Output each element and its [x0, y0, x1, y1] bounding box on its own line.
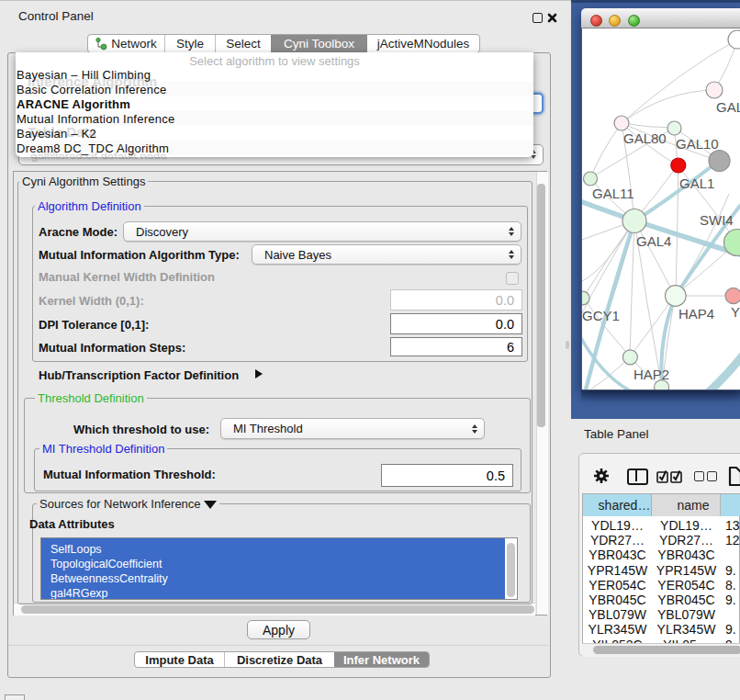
svg-text:GAL80: GAL80 [623, 130, 667, 146]
svg-text:GAL1: GAL1 [679, 175, 714, 191]
svg-text:GAL4: GAL4 [636, 233, 671, 249]
svg-text:HAP4: HAP4 [678, 306, 714, 322]
svg-text:SWI4: SWI4 [700, 212, 734, 228]
svg-text:GAL10: GAL10 [676, 136, 719, 152]
svg-text:GCY1: GCY1 [582, 308, 620, 323]
svg-text:HAP2: HAP2 [633, 367, 669, 382]
svg-text:Y: Y [731, 304, 740, 320]
svg-text:GAL11: GAL11 [592, 186, 634, 201]
svg-text:GAL2: GAL2 [716, 99, 740, 115]
